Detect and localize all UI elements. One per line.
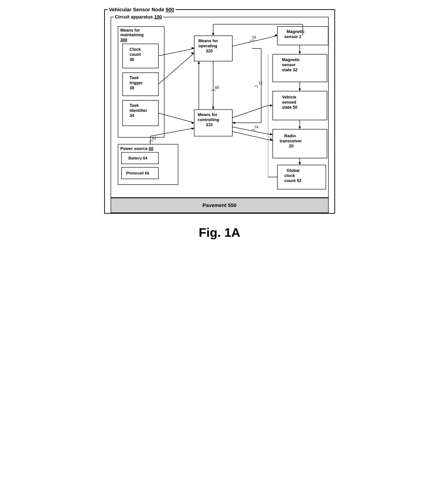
svg-marker-59	[299, 162, 301, 165]
svg-text:Power source 60: Power source 60	[120, 146, 153, 151]
svg-text:operating: operating	[198, 44, 217, 48]
svg-text:Magnetic: Magnetic	[282, 58, 300, 62]
svg-text:Means for: Means for	[120, 28, 140, 33]
svg-text:transceiver: transceiver	[280, 139, 302, 143]
svg-text:sensed: sensed	[282, 100, 296, 105]
svg-text:Means for: Means for	[198, 112, 217, 117]
page-wrapper: Vehicular Sensor Node 500 Circuit appara…	[5, 5, 434, 253]
fig-label: Fig. 1A	[199, 225, 240, 240]
svg-text:62: 62	[152, 136, 156, 140]
svg-text:maintaining: maintaining	[120, 33, 144, 37]
svg-text:Clock: Clock	[130, 47, 141, 52]
svg-text:320: 320	[206, 49, 213, 53]
svg-text:sensor: sensor	[282, 62, 296, 67]
svg-text:Means for: Means for	[198, 38, 218, 43]
svg-marker-50	[212, 33, 214, 36]
svg-rect-35	[273, 129, 327, 158]
svg-text:controlling: controlling	[198, 117, 219, 122]
svg-text:Battery 64: Battery 64	[128, 156, 147, 160]
svg-text:identifier: identifier	[130, 108, 147, 113]
svg-text:state 50: state 50	[282, 105, 297, 110]
svg-text:Task: Task	[130, 103, 139, 108]
svg-text:38: 38	[130, 86, 134, 90]
svg-text:16: 16	[252, 35, 256, 39]
svg-text:300: 300	[120, 38, 127, 42]
svg-text:count: count	[130, 52, 141, 57]
svg-marker-75	[270, 133, 273, 135]
svg-rect-31	[273, 91, 327, 120]
svg-line-74	[232, 127, 273, 135]
svg-marker-78	[191, 47, 194, 49]
svg-line-91	[232, 105, 268, 118]
svg-marker-55	[299, 88, 301, 91]
svg-text:Global: Global	[287, 168, 300, 173]
svg-marker-61	[299, 51, 301, 54]
svg-text:36: 36	[130, 57, 134, 62]
diagram-svg: Means for maintaining 300 Clock count 36…	[116, 22, 333, 193]
svg-marker-93	[270, 104, 273, 107]
svg-marker-65	[232, 122, 235, 124]
circuit-label: Circuit apparatus 100	[114, 14, 163, 20]
svg-text:310: 310	[206, 123, 213, 127]
svg-text:count 52: count 52	[284, 178, 301, 183]
pavement-box: Pavement 550	[111, 198, 329, 213]
svg-text:Radio: Radio	[284, 134, 296, 138]
vehicular-sensor-node-box: Vehicular Sensor Node 500 Circuit appara…	[104, 9, 335, 214]
svg-marker-80	[191, 52, 194, 54]
svg-text:state 32: state 32	[282, 68, 297, 72]
svg-text:74: 74	[254, 125, 258, 129]
svg-marker-88	[198, 61, 200, 64]
svg-marker-82	[191, 122, 194, 124]
svg-text:80: 80	[215, 86, 219, 90]
svg-marker-68	[212, 107, 214, 110]
svg-text:Vehicle: Vehicle	[282, 95, 296, 99]
svg-text:clock: clock	[284, 173, 295, 178]
svg-text:trigger: trigger	[130, 81, 143, 85]
svg-text:sensor 2: sensor 2	[284, 34, 301, 39]
outer-box-label: Vehicular Sensor Node 500	[108, 7, 175, 13]
circuit-apparatus-box: Circuit apparatus 100 Means for maintain…	[111, 17, 329, 198]
svg-text:20: 20	[289, 144, 293, 148]
svg-text:Magnetic: Magnetic	[287, 29, 305, 34]
svg-text:34: 34	[130, 113, 134, 118]
svg-line-72	[232, 131, 273, 141]
svg-text:Task: Task	[130, 75, 139, 80]
svg-text:12: 12	[258, 81, 263, 85]
svg-text:Photocell 66: Photocell 66	[126, 171, 149, 176]
svg-marker-57	[299, 127, 301, 129]
svg-rect-12	[123, 100, 159, 126]
